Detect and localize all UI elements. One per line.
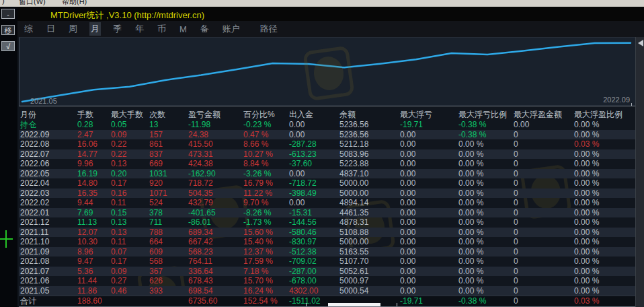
value-cell: 0.22 [111, 149, 149, 160]
titlebar[interactable]: MTDriver统计 ,V3.10 (http://mtdriver.cn) [17, 7, 644, 21]
value-cell: 0.00 [400, 217, 458, 228]
value-cell: 8.66 % [243, 139, 289, 149]
value-cell: 424.38 [188, 159, 243, 169]
menu-item-备[interactable]: 备 [199, 22, 210, 36]
equity-chart[interactable]: 2021.05 2022.09 [19, 37, 635, 106]
value-cell: 432.79 [188, 198, 243, 208]
table-row[interactable]: 2021.089.470.17568764.1117.59 %-709.0251… [19, 257, 635, 267]
table-row[interactable]: 2021.0611.440.27626678.4315.70 %-678.005… [19, 276, 635, 286]
table-row[interactable]: 2021.098.960.07609568.2312.37 %-512.3851… [19, 247, 635, 257]
check-tool-button[interactable]: √ [1, 41, 15, 51]
column-header[interactable]: 出入金 [289, 110, 339, 120]
value-cell: 920 [149, 178, 188, 189]
month-cell: 2022.01 [20, 208, 77, 218]
month-cell: 2022.07 [20, 149, 77, 160]
table-row[interactable]: 持仓0.280.0513-11.98-0.23 %0.005236.56-19.… [19, 120, 635, 130]
value-cell: 2.47 [77, 130, 111, 140]
minimize-button[interactable]: - [1, 9, 15, 19]
value-cell: 0.00 % [458, 237, 514, 247]
column-header[interactable]: 月份 [20, 110, 77, 120]
table-row[interactable]: 2022.029.440.11524432.799.70 %0.004894.1… [19, 198, 635, 208]
month-cell: 2021.08 [20, 257, 77, 267]
value-cell: 0.00 % [458, 189, 514, 199]
value-cell: 0.22 [111, 139, 149, 149]
value-cell: 0.13 [111, 228, 149, 238]
table-row[interactable]: 2022.0316.350.161071504.3511.22 %-398.49… [19, 189, 635, 199]
value-cell: 698.54 [188, 286, 243, 296]
value-cell: 0.00 % [458, 198, 514, 208]
column-header[interactable]: 最大浮盈比例 [574, 110, 635, 120]
column-header[interactable]: 百分比% [243, 110, 289, 120]
value-cell: 152.54 % [243, 296, 289, 306]
menu-item-日[interactable]: 日 [45, 22, 56, 36]
value-cell: 0 [514, 130, 574, 140]
table-row[interactable]: 2021.1211.130.13711-86.01-1.73 %-144.564… [19, 217, 635, 228]
value-cell: 0.00 [400, 198, 458, 208]
menu-item-月[interactable]: 月 [89, 22, 101, 36]
value-cell: -398.49 [289, 189, 339, 199]
menu-item-综[interactable]: 综 [23, 22, 34, 36]
value-cell: 10.30 [77, 237, 111, 247]
value-cell: 568 [149, 257, 188, 267]
column-header[interactable]: 手数 [77, 110, 111, 120]
column-header[interactable]: 最大浮盈金额 [514, 110, 574, 120]
menu-item-季[interactable]: 季 [112, 22, 123, 36]
value-cell: 0.00 % [574, 276, 635, 286]
column-header[interactable]: 余额 [339, 110, 400, 120]
os-menu-item[interactable]: ) [2, 0, 5, 5]
column-header[interactable]: 最大手数 [111, 110, 149, 120]
value-cell: 0 [514, 286, 574, 296]
value-cell: 0 [514, 159, 574, 169]
table-row[interactable]: 2022.0516.190.201031-162.90-3.26 %0.0048… [19, 169, 635, 179]
value-cell: 609 [149, 247, 188, 257]
menu-item-周[interactable]: 周 [67, 22, 79, 36]
horizontal-scrollbar-thumb[interactable] [328, 303, 380, 306]
table-row[interactable]: 2021.075.360.09367336.647.18 %-287.00505… [19, 267, 635, 277]
table-row[interactable]: 2022.092.470.0915724.380.47 %0.005236.56… [19, 130, 635, 140]
column-header[interactable]: 盈亏金额 [188, 110, 243, 120]
value-cell: 5000.00 [339, 237, 400, 247]
table-row[interactable]: 2022.017.690.15378-401.65-8.26 %-15.3144… [19, 208, 635, 218]
value-cell: -0.38 % [458, 120, 514, 130]
value-cell: 0.00 [289, 169, 339, 179]
menu-item-币[interactable]: 币 [156, 22, 167, 36]
table-row[interactable]: 2022.0414.800.17920718.7216.79 %-718.725… [19, 178, 635, 189]
value-cell: 0.00 [400, 208, 458, 218]
column-header[interactable]: 最大浮亏 [400, 110, 458, 120]
value-cell: 0.13 [111, 217, 149, 228]
column-header[interactable]: 次数 [149, 110, 188, 120]
value-cell: 7.18 % [243, 267, 289, 277]
value-cell: 0.00 [289, 130, 339, 140]
value-cell: 0.00 % [574, 208, 635, 218]
os-menu-item[interactable]: 窗口(W) [19, 0, 46, 7]
menu-item-年[interactable]: 年 [134, 22, 145, 36]
column-header[interactable]: 最大浮亏比例 [458, 110, 514, 120]
table-row[interactable]: 2022.0816.060.22861415.508.66 %-287.2852… [19, 139, 635, 149]
value-cell: 0.00 % [458, 169, 514, 179]
value-cell: 0.03 % [574, 296, 635, 306]
value-cell: -3.26 % [243, 169, 289, 179]
os-menu-item[interactable]: 帮助(H) [62, 0, 87, 7]
value-cell: 0 [514, 198, 574, 208]
move-tool-button[interactable]: 移 [1, 25, 15, 35]
value-cell: 0.20 [111, 169, 149, 179]
value-cell: 0.09 [111, 267, 149, 277]
value-cell: 764.11 [188, 257, 243, 267]
value-cell: 5223.88 [339, 159, 400, 169]
vertical-scrollbar[interactable] [635, 37, 644, 307]
value-cell: 0.13 [111, 159, 149, 169]
value-cell: 0.00 % [574, 247, 635, 257]
menu-item-路径[interactable]: 路径 [259, 22, 279, 36]
table-row[interactable]: 合计188.606735.60152.54 %-1511.02-19.71-0.… [19, 296, 635, 307]
menu-item-M[interactable]: M [178, 24, 188, 35]
table-row[interactable]: 2022.0714.770.22837473.3110.27 %-613.235… [19, 149, 635, 160]
menu-item-账户[interactable]: 账户 [221, 22, 241, 36]
value-cell: -0.23 % [243, 120, 289, 130]
value-cell: 0 [514, 169, 574, 179]
table-row[interactable]: 2021.1010.300.11664667.4215.40 %-830.975… [19, 237, 635, 247]
table-row[interactable]: 2021.0511.860.46393698.5416.24 %4302.005… [19, 286, 635, 296]
value-cell: 0.00 % [458, 217, 514, 228]
table-row[interactable]: 2022.069.960.13669424.388.84 %-37.605223… [19, 159, 635, 169]
table-row[interactable]: 2021.1112.070.13788689.3415.60 %-580.465… [19, 228, 635, 238]
value-cell: 0 [514, 247, 574, 257]
